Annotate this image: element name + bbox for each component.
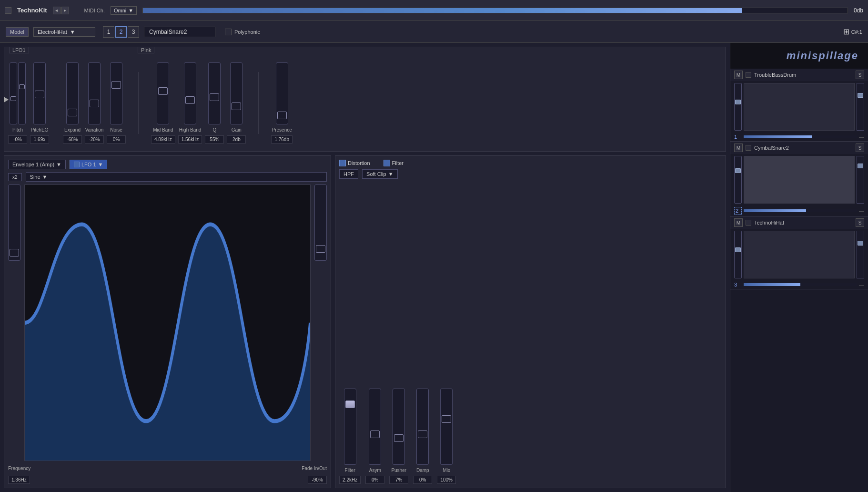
softclip-dropdown[interactable]: Soft Clip ▼ [362,169,397,179]
synth-sliders-row: Pitch -0% PitchEG 1.69x [8,59,722,147]
instrument-3-pad-right[interactable] [857,231,864,278]
fade-label: Fade In/Out [302,466,327,471]
variation-value: -20% [85,135,104,144]
instrument-2-pad [744,156,855,204]
instrument-1-mute[interactable]: M [734,71,743,79]
lfo-body [8,184,327,461]
lfo-rate-value: x2 [12,174,18,180]
tab-3-button[interactable]: 3 [128,26,139,38]
db-label: 0db [854,7,863,14]
instrument-1-pad-right[interactable] [857,83,864,131]
model-dropdown-arrow: ▼ [70,29,75,35]
model-dropdown[interactable]: ElectroHiHat ▼ [33,27,95,37]
mix-slider-group: Mix 100% [437,389,456,484]
model-value: ElectroHiHat [38,29,67,35]
q-slider[interactable] [208,62,221,124]
instrument-2-meter-fill [744,209,806,212]
volume-bar[interactable] [142,8,848,13]
nav-next-button[interactable]: ▸ [61,7,69,14]
instrument-3-mute[interactable]: M [734,218,743,227]
pitch-slider-left[interactable] [10,62,17,124]
instrument-3-fader-thumb [735,247,741,252]
instrument-3-pad [744,231,855,278]
filter-checkbox[interactable] [384,160,390,166]
instrument-1-fader-thumb [735,100,741,104]
highband-slider[interactable] [184,62,196,124]
asym-slider[interactable] [369,389,381,465]
instrument-3-checkbox[interactable] [746,220,751,226]
polyphonic-checkbox[interactable] [225,29,232,35]
brand-header: minispillage [730,43,868,69]
waveform-dropdown[interactable]: Sine ▼ [26,172,327,182]
instrument-1-solo[interactable]: S [856,71,864,79]
nav-prev-button[interactable]: ◂ [53,7,61,14]
variation-slider[interactable] [88,62,101,124]
gain-slider[interactable] [230,62,242,124]
instrument-2-footer: 2 — [730,205,868,216]
instrument-1-dash: — [859,134,864,140]
q-label: Q [212,127,216,133]
instrument-1-header: M TroubleBassDrum S [730,69,868,81]
instrument-3-dash: — [859,282,864,287]
presence-value: 1.76db [271,135,293,144]
instrument-2-fader[interactable] [734,156,742,204]
main-container: TechnoKit ◂ ▸ MIDI Ch. Omni ▼ 0db Model … [0,0,868,492]
tab-2-button[interactable]: 2 [115,26,127,38]
instrument-1-name: TroubleBassDrum [754,72,853,78]
tab-buttons: 1 2 3 [103,26,139,38]
power-checkbox[interactable] [5,7,11,14]
instrument-1-meter [744,135,857,138]
instrument-3-meter-fill [744,283,800,286]
envelope-arrow: ▼ [56,162,61,167]
instrument-2-slot-number: 2 [734,207,742,215]
plugin-title: TechnoKit [17,7,47,14]
asym-value: 0% [365,476,384,484]
pitch-slider-right[interactable] [18,62,26,124]
filter-slider[interactable] [344,389,356,465]
lfo-rate-box[interactable]: x2 [8,173,22,181]
divider-3 [258,72,259,134]
instrument-1-checkbox[interactable] [746,72,751,78]
distortion-checkbox[interactable] [339,160,346,166]
effects-header: Distortion Filter [339,160,722,166]
pusher-slider[interactable] [393,389,405,465]
instrument-2-pad-right[interactable] [857,156,864,204]
instrument-2-mute[interactable]: M [734,144,743,152]
instrument-3-fader[interactable] [734,231,742,278]
presence-slider[interactable] [276,62,288,124]
expand-slider[interactable] [66,62,79,124]
pitch-label: Pitch [12,127,23,133]
noise-value: 0% [107,135,126,144]
brand-name: minispillage [787,50,858,62]
freq-value: 1.36Hz [8,476,30,484]
instrument-1-fader[interactable] [734,83,742,131]
variation-label: Variation [85,127,104,133]
pitcheg-slider[interactable] [33,62,46,124]
damp-slider[interactable] [416,389,429,465]
effects-sub-header: HPF Soft Clip ▼ [339,169,722,179]
envelope-dropdown[interactable]: Envelope 1 (Amp) ▼ [8,160,66,169]
instrument-2-checkbox[interactable] [746,145,751,151]
sine-display [24,184,311,461]
freq-slider[interactable] [8,184,20,261]
mix-slider[interactable] [440,389,453,465]
midband-slider[interactable] [157,62,169,124]
midi-label: MIDI Ch. [84,8,105,13]
note-display: ⊞ C#:1 [843,27,862,36]
hpf-label: HPF [339,169,358,179]
model-label: Model [6,27,29,37]
instrument-3-body [730,229,868,280]
divider-2 [138,72,139,134]
lfo1-dropdown[interactable]: LFO 1 ▼ [70,160,107,169]
fade-slider[interactable] [314,184,327,261]
pitcheg-slider-group: PitchEG 1.69x [30,62,49,144]
midi-dropdown[interactable]: Omni ▼ [111,6,137,15]
pitch-arrow [4,97,9,102]
gain-slider-group: Gain 2db [227,62,246,144]
tab-1-button[interactable]: 1 [103,26,114,38]
instrument-3-solo[interactable]: S [856,218,864,227]
noise-slider[interactable] [110,62,122,124]
lfo1-checkbox[interactable] [74,162,80,167]
instrument-2-solo[interactable]: S [856,144,864,152]
asym-label: Asym [369,468,381,473]
